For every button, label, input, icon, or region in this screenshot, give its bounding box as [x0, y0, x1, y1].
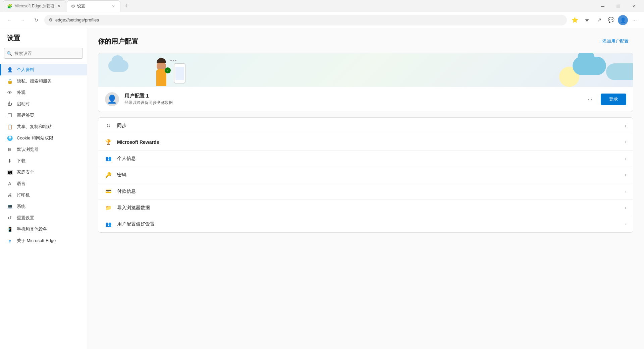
person-icon: 👤: [7, 67, 13, 73]
sidebar: 设置 🔍 👤 个人资料 🔒 隐私、搜索和服务 👁 外观 ⏻ 启动时: [0, 28, 87, 349]
sidebar-item-system-label: 系统: [17, 203, 25, 210]
maximize-button[interactable]: ⬜: [610, 1, 626, 11]
add-profile-button[interactable]: + 添加用户配置: [594, 36, 633, 46]
settings-item-import[interactable]: 📁 导入浏览器数据 ›: [98, 200, 633, 216]
settings-item-rewards[interactable]: 🏆 Microsoft Rewards ›: [98, 134, 633, 151]
search-input[interactable]: [4, 48, 83, 59]
rewards-icon: 🏆: [105, 139, 112, 146]
toolbar-icons: ⭐ ★ ↗ 💬 👤 ···: [570, 15, 640, 25]
profile-name: 用户配置 1: [124, 93, 579, 99]
sidebar-item-share[interactable]: 📋 共享、复制和粘贴: [0, 121, 87, 132]
dot1: [170, 60, 172, 61]
family-icon: 👨‍👩‍👧: [7, 169, 13, 175]
settings-item-payment-label: 付款信息: [117, 188, 620, 194]
tab-extensions-icon: 🧩: [7, 4, 12, 9]
settings-item-sync[interactable]: ↻ 同步 ›: [98, 118, 633, 134]
sidebar-item-privacy[interactable]: 🔒 隐私、搜索和服务: [0, 75, 87, 87]
chevron-right-icon: ›: [625, 123, 626, 128]
sidebar-item-languages[interactable]: A 语言: [0, 178, 87, 189]
sidebar-item-share-label: 共享、复制和粘贴: [17, 124, 52, 130]
dot2: [173, 60, 174, 61]
settings-list: ↻ 同步 › 🏆 Microsoft Rewards › 👥 个人信息 › 🔑: [98, 117, 633, 233]
settings-item-payment[interactable]: 💳 付款信息 ›: [98, 183, 633, 200]
chevron-right-icon: ›: [625, 156, 626, 161]
language-icon: A: [7, 181, 13, 187]
power-icon: ⏻: [7, 101, 13, 107]
favorites-button[interactable]: ★: [582, 15, 592, 25]
profile-button[interactable]: 👤: [618, 15, 628, 25]
cloud-right-icon: [573, 57, 606, 75]
sidebar-item-profile-label: 个人资料: [17, 67, 34, 73]
sidebar-item-newtab[interactable]: 🗔 新标签页: [0, 110, 87, 121]
sidebar-item-mobile[interactable]: 📱 手机和其他设备: [0, 224, 87, 235]
sidebar-item-downloads[interactable]: ⬇ 下载: [0, 155, 87, 167]
settings-item-personalinfo[interactable]: 👥 个人信息 ›: [98, 151, 633, 167]
tab-extensions[interactable]: 🧩 Microsoft Edge 加载项 ✕: [3, 0, 66, 12]
sidebar-item-reset[interactable]: ↺ 重置设置: [0, 212, 87, 224]
sidebar-item-downloads-label: 下载: [17, 158, 25, 164]
browser-window: 🧩 Microsoft Edge 加载项 ✕ ⚙ 设置 ✕ + — ⬜ ✕ ← …: [0, 0, 644, 349]
dot3: [175, 60, 176, 61]
menu-button[interactable]: ···: [629, 15, 640, 25]
signin-button[interactable]: 登录: [601, 94, 626, 105]
content-header: 你的用户配置 + 添加用户配置: [98, 36, 633, 46]
tab-extensions-close[interactable]: ✕: [56, 4, 62, 9]
sidebar-item-about[interactable]: e 关于 Microsoft Edge: [0, 235, 87, 246]
refresh-button[interactable]: ↻: [31, 15, 42, 25]
profile-banner: ✓: [98, 53, 633, 112]
new-tab-button[interactable]: +: [121, 0, 132, 12]
sidebar-item-appearance[interactable]: 👁 外观: [0, 87, 87, 98]
profile-details: 用户配置 1 登录以跨设备同步浏览数据: [124, 93, 579, 106]
share-button[interactable]: ↗: [594, 15, 604, 25]
settings-item-passwords-label: 密码: [117, 172, 620, 178]
profile-menu-button[interactable]: ···: [585, 94, 595, 105]
sidebar-item-print-label: 打印机: [17, 192, 30, 198]
browser-icon: 🗔: [7, 112, 13, 118]
defaultbrowser-icon: 🖥: [7, 147, 13, 153]
window-controls: — ⬜ ✕: [595, 1, 641, 11]
settings-item-profileprefs-label: 用户配置偏好设置: [117, 221, 620, 227]
banner-illustration: ✓: [98, 53, 633, 87]
address-input[interactable]: [55, 17, 562, 22]
cookie-icon: 🌐: [7, 135, 13, 141]
settings-item-profileprefs[interactable]: 👥 用户配置偏好设置 ›: [98, 216, 633, 232]
sidebar-item-mobile-label: 手机和其他设备: [17, 226, 47, 232]
sidebar-item-privacy-label: 隐私、搜索和服务: [17, 78, 52, 84]
forward-button[interactable]: →: [17, 15, 28, 25]
profile-info: 👤 用户配置 1 登录以跨设备同步浏览数据 ··· 登录: [98, 87, 633, 112]
passwords-icon: 🔑: [105, 172, 112, 178]
chevron-right-icon: ›: [625, 173, 626, 177]
sidebar-item-print[interactable]: 🖨 打印机: [0, 189, 87, 201]
tab-settings[interactable]: ⚙ 设置 ✕: [67, 0, 120, 12]
minimize-button[interactable]: —: [595, 1, 610, 11]
address-bar-container[interactable]: ⚙: [44, 15, 567, 25]
sync-icon: ↻: [105, 122, 112, 129]
mobile-icon: 📱: [7, 226, 13, 232]
tab-settings-title: 设置: [77, 3, 109, 9]
close-button[interactable]: ✕: [626, 1, 641, 11]
sidebar-item-family-label: 家庭安全: [17, 169, 34, 175]
sidebar-item-appearance-label: 外观: [17, 90, 25, 96]
payment-icon: 💳: [105, 188, 112, 195]
chevron-right-icon: ›: [625, 206, 626, 210]
tab-settings-close[interactable]: ✕: [111, 4, 116, 9]
back-button[interactable]: ←: [4, 15, 15, 25]
settings-item-personalinfo-label: 个人信息: [117, 156, 620, 162]
page-title: 你的用户配置: [98, 37, 138, 46]
address-favicon: ⚙: [49, 17, 53, 22]
sidebar-item-startup[interactable]: ⏻ 启动时: [0, 98, 87, 110]
collections-button[interactable]: ⭐: [570, 15, 580, 25]
settings-item-passwords[interactable]: 🔑 密码 ›: [98, 167, 633, 183]
phone-screen: [175, 67, 184, 80]
sidebar-item-family[interactable]: 👨‍👩‍👧 家庭安全: [0, 167, 87, 178]
reset-icon: ↺: [7, 215, 13, 221]
sidebar-item-profile[interactable]: 👤 个人资料: [0, 64, 87, 75]
feedback-button[interactable]: 💬: [606, 15, 616, 25]
tab-extensions-title: Microsoft Edge 加载项: [14, 3, 54, 9]
sidebar-item-cookies[interactable]: 🌐 Cookie 和网站权限: [0, 132, 87, 144]
sidebar-item-defaultbrowser[interactable]: 🖥 默认浏览器: [0, 144, 87, 155]
chevron-right-icon: ›: [625, 222, 626, 227]
sidebar-item-about-label: 关于 Microsoft Edge: [17, 238, 56, 244]
sidebar-item-system[interactable]: 💻 系统: [0, 201, 87, 212]
cloud-left-icon: [108, 60, 128, 72]
